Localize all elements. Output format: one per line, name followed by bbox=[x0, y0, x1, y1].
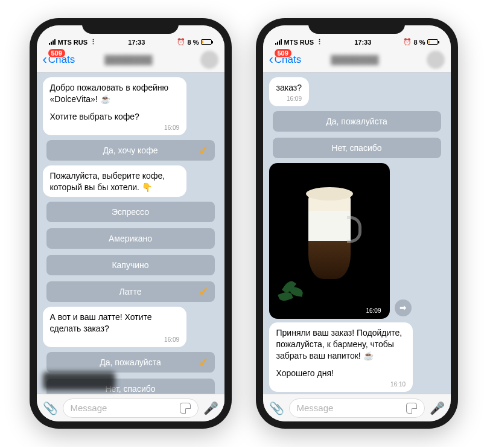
bot-message: А вот и ваш латте! Хотите сделать заказ?… bbox=[43, 307, 187, 347]
status-time: 17:33 bbox=[128, 39, 145, 46]
battery-icon bbox=[427, 39, 438, 45]
input-bar: 📎 Message 🎤 bbox=[37, 394, 224, 421]
check-icon: ✓ bbox=[199, 355, 209, 370]
msg-text: Пожалуйста, выберите кофе, который вы бы… bbox=[50, 170, 180, 193]
screen: MTS RUS ⋮ 17:33 ⏰ 8 % ‹ Chats 509 ██████… bbox=[37, 25, 224, 421]
bot-message: заказ? 16:09 bbox=[269, 77, 309, 106]
wifi-icon: ⋮ bbox=[90, 38, 97, 46]
status-time: 17:33 bbox=[354, 39, 371, 46]
notch bbox=[82, 18, 179, 34]
chevron-left-icon: ‹ bbox=[43, 53, 47, 66]
msg-text: Добро пожаловать в кофейню «DolceVita»! … bbox=[50, 82, 180, 105]
keyboard-btn-yes-coffee[interactable]: Да, хочу кофе ✓ bbox=[46, 140, 215, 161]
timestamp: 16:09 bbox=[362, 306, 384, 315]
keyboard-btn-no-thanks[interactable]: Нет, спасибо bbox=[273, 138, 441, 158]
notch bbox=[308, 18, 405, 34]
alarm-icon: ⏰ bbox=[403, 38, 412, 46]
chat-title-blurred: ████████ bbox=[283, 55, 426, 65]
battery-pct: 8 % bbox=[188, 39, 199, 46]
mint-leaves-icon bbox=[279, 277, 313, 301]
phone-left: MTS RUS ⋮ 17:33 ⏰ 8 % ‹ Chats 509 ██████… bbox=[30, 18, 232, 429]
sticker-icon[interactable] bbox=[180, 403, 191, 414]
keyboard-btn-cappuccino[interactable]: Капучино bbox=[46, 255, 215, 275]
battery-icon bbox=[201, 39, 212, 45]
msg-text: Хотите выбрать кофе? bbox=[50, 111, 180, 123]
signal-icon bbox=[49, 39, 56, 45]
timestamp: 16:10 bbox=[276, 380, 406, 389]
msg-text: Хорошего дня! bbox=[276, 368, 406, 379]
bot-message: Добро пожаловать в кофейню «DolceVita»! … bbox=[43, 77, 187, 135]
carrier-label: MTS RUS bbox=[284, 39, 314, 46]
carrier-label: MTS RUS bbox=[58, 39, 88, 46]
attach-icon[interactable]: 📎 bbox=[269, 401, 284, 415]
sticker-icon[interactable] bbox=[406, 403, 417, 414]
messages-scroll[interactable]: заказ? 16:09 Да, пожалуйста Нет, спасибо… bbox=[263, 72, 451, 394]
attach-icon[interactable]: 📎 bbox=[43, 401, 58, 415]
btn-label: Да, пожалуйста bbox=[326, 117, 387, 126]
alarm-icon: ⏰ bbox=[177, 38, 185, 46]
mic-icon[interactable]: 🎤 bbox=[430, 401, 445, 415]
mic-icon[interactable]: 🎤 bbox=[203, 401, 218, 415]
screen: MTS RUS ⋮ 17:33 ⏰ 8 % ‹ Chats 509 ██████… bbox=[263, 25, 451, 421]
chat-title-blurred: ████████ bbox=[57, 55, 200, 65]
timestamp: 16:09 bbox=[276, 95, 302, 103]
chevron-left-icon: ‹ bbox=[269, 53, 273, 66]
keyboard-btn-latte[interactable]: Латте✓ bbox=[46, 281, 215, 302]
placeholder: Message bbox=[71, 403, 107, 413]
latte-image-icon bbox=[308, 194, 351, 279]
keyboard-btn-yes-please[interactable]: Да, пожалуйста bbox=[273, 111, 441, 132]
msg-text: заказ? bbox=[276, 82, 302, 94]
keyboard-btn-americano[interactable]: Американо bbox=[46, 228, 215, 249]
check-icon: ✓ bbox=[199, 143, 209, 158]
btn-label: Нет, спасибо bbox=[331, 143, 381, 153]
avatar[interactable] bbox=[200, 51, 218, 69]
forward-button[interactable] bbox=[395, 299, 412, 316]
signal-icon bbox=[275, 39, 282, 45]
wifi-icon: ⋮ bbox=[316, 38, 323, 46]
battery-pct: 8 % bbox=[414, 39, 425, 46]
btn-label: Капучино bbox=[112, 260, 148, 270]
bot-message: Приняли ваш заказ! Подойдите, пожалуйста… bbox=[269, 322, 413, 392]
chat-header: ‹ Chats 509 ████████ bbox=[263, 47, 451, 72]
photo-message-row: 16:09 bbox=[269, 163, 390, 319]
keyboard-btn-yes-please[interactable]: Да, пожалуйста✓ bbox=[46, 352, 215, 373]
chat-header: ‹ Chats 509 ████████ bbox=[37, 47, 224, 72]
placeholder: Message bbox=[297, 403, 334, 413]
timestamp: 16:09 bbox=[50, 336, 180, 344]
input-bar: 📎 Message 🎤 bbox=[263, 394, 451, 421]
blur-overlay bbox=[43, 372, 115, 390]
btn-label: Эспрессо bbox=[112, 207, 149, 217]
message-input[interactable]: Message bbox=[63, 398, 199, 418]
timestamp: 16:09 bbox=[50, 124, 180, 132]
phone-right: MTS RUS ⋮ 17:33 ⏰ 8 % ‹ Chats 509 ██████… bbox=[256, 18, 458, 429]
btn-label: Американо bbox=[109, 234, 152, 243]
btn-label: Латте bbox=[119, 287, 141, 296]
bot-message: Пожалуйста, выберите кофе, который вы бы… bbox=[43, 165, 187, 197]
btn-label: Да, хочу кофе bbox=[103, 146, 158, 155]
message-input[interactable]: Message bbox=[289, 398, 425, 418]
keyboard-btn-espresso[interactable]: Эспрессо bbox=[46, 202, 215, 222]
check-icon: ✓ bbox=[199, 284, 209, 299]
msg-text: А вот и ваш латте! Хотите сделать заказ? bbox=[50, 312, 180, 334]
photo-message[interactable]: 16:09 bbox=[269, 163, 390, 319]
btn-label: Да, пожалуйста bbox=[100, 357, 161, 367]
avatar[interactable] bbox=[427, 51, 445, 69]
msg-text: Приняли ваш заказ! Подойдите, пожалуйста… bbox=[276, 327, 406, 362]
messages-scroll[interactable]: Добро пожаловать в кофейню «DolceVita»! … bbox=[37, 72, 224, 394]
